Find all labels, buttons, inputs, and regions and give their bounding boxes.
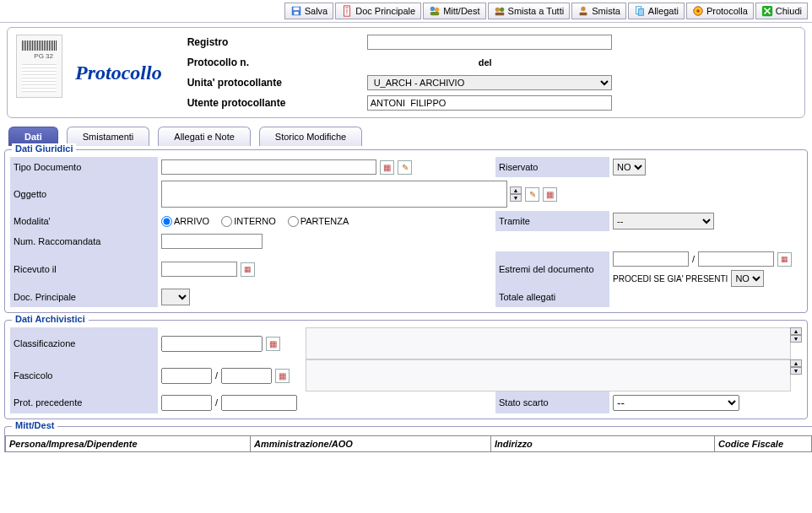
mitt-dest-title: Mitt/Dest	[12, 420, 57, 430]
stato-scarto-label: Stato scarto	[495, 392, 609, 413]
smista-icon	[577, 5, 589, 17]
del-label: del	[479, 57, 492, 68]
riservato-label: Riservato	[495, 157, 609, 177]
ricevuto-input[interactable]	[161, 262, 237, 277]
doc-principale-button[interactable]: ! Doc Principale	[335, 3, 421, 19]
allegati-label: Allegati	[648, 6, 679, 16]
modalita-arrivo[interactable]: ARRIVO	[161, 216, 209, 227]
allegati-button[interactable]: Allegati	[628, 3, 685, 19]
tramite-select[interactable]: --	[613, 213, 714, 230]
unita-label: Unita' protocollante	[187, 77, 360, 89]
oggetto-textarea[interactable]	[161, 181, 507, 208]
slash: /	[215, 370, 218, 381]
oggetto-down-icon[interactable]: ▼	[510, 194, 522, 202]
document-thumbnail: PG 32	[16, 35, 62, 98]
doc-principale-label: Doc. Principale	[10, 287, 158, 307]
doc-principale-label: Doc Principale	[355, 6, 415, 16]
svg-point-6	[430, 7, 435, 11]
svg-point-12	[582, 7, 586, 11]
app-title: Protocollo	[75, 62, 162, 84]
protocolla-label: Protocolla	[706, 6, 748, 16]
ricevuto-calendar-icon[interactable]	[241, 262, 255, 277]
oggetto-up-icon[interactable]: ▲	[510, 186, 522, 194]
section-dati-giuridici: Dati Giuridici Tipo Documento Riservato …	[4, 149, 808, 313]
svg-point-7	[435, 8, 439, 12]
svg-rect-1	[293, 8, 299, 11]
tipo-doc-lookup-icon[interactable]	[380, 160, 394, 175]
stato-scarto-select[interactable]: --	[613, 395, 739, 411]
people-icon	[429, 5, 441, 17]
oggetto-edit-icon[interactable]	[525, 187, 539, 202]
smista-label: Smista	[592, 6, 620, 16]
totale-allegati-label: Totale allegati	[495, 287, 609, 307]
section-dati-archivistici: Dati Archivistici Classificazione ▲▼ Fas…	[4, 320, 808, 419]
partenza-label: PARTENZA	[300, 216, 349, 226]
estremi-b-input[interactable]	[698, 251, 774, 267]
protocollo-n-label: Protocollo n.	[187, 57, 360, 68]
radio-interno[interactable]	[221, 216, 232, 227]
col-indirizzo: Indirizzo	[491, 436, 715, 452]
registro-input[interactable]	[367, 35, 612, 50]
chiudi-button[interactable]: Chiudi	[755, 3, 808, 19]
utente-input[interactable]	[367, 95, 612, 111]
save-icon	[290, 5, 302, 17]
salva-button[interactable]: Salva	[284, 3, 334, 19]
modalita-interno[interactable]: INTERNO	[221, 216, 276, 227]
class-down-icon[interactable]: ▼	[790, 335, 802, 343]
smista-tutti-button[interactable]: Smista a Tutti	[488, 3, 571, 19]
tab-storico[interactable]: Storico Modifiche	[259, 127, 362, 146]
radio-arrivo[interactable]	[161, 216, 172, 227]
protocolla-icon	[692, 5, 704, 17]
fascicolo-a-input[interactable]	[161, 368, 212, 384]
fascicolo-lookup-icon[interactable]	[275, 369, 290, 383]
estremi-a-input[interactable]	[613, 251, 689, 267]
classificazione-textarea[interactable]	[306, 327, 791, 359]
svg-text:!: !	[346, 8, 348, 16]
fascicolo-textarea[interactable]	[306, 359, 791, 392]
riservato-select[interactable]: NO	[613, 159, 646, 176]
radio-partenza[interactable]	[288, 216, 299, 227]
doc-principale-select[interactable]	[161, 289, 190, 305]
ricevuto-label: Ricevuto il	[10, 251, 158, 287]
fascicolo-label: Fascicolo	[10, 359, 158, 392]
interno-label: INTERNO	[234, 216, 276, 226]
fasc-down-icon[interactable]: ▼	[790, 367, 802, 375]
num-raccomandata-label: Num. Raccomandata	[10, 231, 158, 251]
svg-rect-8	[430, 12, 440, 15]
tipo-documento-input[interactable]	[161, 159, 376, 175]
oggetto-lookup-icon[interactable]	[543, 187, 557, 202]
arrivo-label: ARRIVO	[174, 216, 209, 226]
slash: /	[215, 397, 218, 408]
svg-rect-2	[294, 12, 298, 15]
smista-tutti-label: Smista a Tutti	[508, 6, 565, 16]
fasc-up-icon[interactable]: ▲	[790, 359, 802, 367]
smista-button[interactable]: Smista	[571, 3, 626, 19]
prot-prec-b-input[interactable]	[221, 395, 297, 411]
col-codice-fiscale: Codice Fiscale	[715, 436, 812, 452]
tabs: Dati Smistamenti Allegati e Note Storico…	[0, 127, 812, 146]
prot-prec-a-input[interactable]	[161, 395, 212, 411]
svg-rect-11	[495, 13, 504, 16]
mitt-dest-button[interactable]: Mitt/Dest	[423, 3, 485, 19]
modalita-label: Modalita'	[10, 211, 158, 231]
class-up-icon[interactable]: ▲	[790, 327, 802, 335]
procedi-select[interactable]: NO	[731, 270, 764, 287]
header-panel: PG 32 Protocollo Registro Protocollo n. …	[7, 27, 805, 118]
attachment-icon	[634, 5, 646, 17]
estremi-calendar-icon[interactable]	[777, 252, 792, 267]
svg-point-9	[495, 8, 499, 12]
fascicolo-b-input[interactable]	[221, 368, 272, 384]
oggetto-label: Oggetto	[10, 177, 158, 211]
tab-smistamenti[interactable]: Smistamenti	[67, 127, 150, 146]
classificazione-lookup-icon[interactable]	[266, 337, 280, 351]
chiudi-label: Chiudi	[776, 6, 802, 16]
salva-label: Salva	[305, 6, 328, 16]
tab-allegati-note[interactable]: Allegati e Note	[158, 127, 251, 146]
tipo-doc-clear-icon[interactable]	[398, 160, 412, 175]
unita-select[interactable]: U_ARCH - ARCHIVIO	[367, 75, 612, 90]
modalita-partenza[interactable]: PARTENZA	[288, 216, 349, 227]
classificazione-input[interactable]	[161, 336, 263, 352]
num-raccomandata-input[interactable]	[161, 234, 263, 249]
protocolla-button[interactable]: Protocolla	[686, 3, 754, 19]
svg-point-17	[696, 9, 700, 13]
